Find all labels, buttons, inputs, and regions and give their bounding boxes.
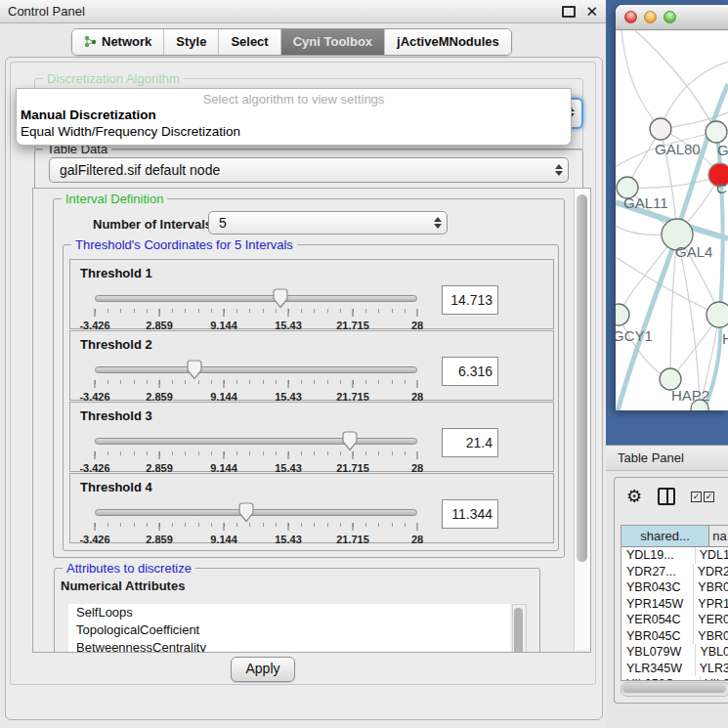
slider-track[interactable] — [95, 509, 417, 516]
node-label-gal11: GAL11 — [623, 194, 668, 211]
settings-scrollpane: Interval Definition Number of Intervals … — [32, 188, 591, 653]
panel-title: Control Panel — [8, 4, 85, 19]
node-label-partial-h: H — [722, 330, 728, 347]
combo-arrows-icon — [429, 217, 447, 229]
algorithm-dropdown-popup: Select algorithm to view settings Manual… — [16, 88, 572, 146]
cell: YBL079W — [621, 644, 696, 661]
algorithm-option-manual[interactable]: Manual Discretization — [17, 107, 571, 123]
slider-handle[interactable] — [187, 360, 202, 380]
threshold-panel-3: Threshold 3 -3.426 2.859 — [69, 402, 554, 472]
cell: YBR045C — [621, 628, 694, 645]
threshold-slider[interactable]: -3.426 2.859 9.144 15.43 21.715 28 — [95, 289, 417, 324]
scrollbar-thumb[interactable] — [577, 194, 587, 562]
table-header-row: shared... na — [621, 526, 728, 547]
table-row[interactable]: YBR045CYBR0 — [621, 628, 728, 645]
table-horizontal-scrollbar[interactable] — [621, 682, 728, 697]
algorithm-option-equal-width[interactable]: Equal Width/Frequency Discretization — [17, 123, 571, 140]
table-row[interactable]: YDR27...YDR2 — [621, 564, 728, 580]
threshold-value-field[interactable]: 6.316 — [442, 357, 498, 386]
threshold-value-field[interactable]: 14.713 — [442, 285, 498, 315]
threshold-panel-1: Threshold 1 -3.426 2.859 — [69, 259, 554, 329]
checkbox-icon[interactable]: ✓ — [704, 492, 714, 502]
node-label-partial-g: G — [717, 142, 728, 158]
tab-style[interactable]: Style — [164, 29, 219, 55]
network-icon — [84, 35, 97, 48]
slider-track[interactable] — [95, 438, 417, 445]
tick-label: 2.859 — [146, 534, 173, 545]
list-item[interactable]: TopologicalCoefficient — [68, 621, 510, 639]
table-row[interactable]: YPR145WYPR1 — [621, 596, 728, 613]
table-data-combobox[interactable]: galFiltered.sif default node — [49, 157, 569, 183]
settings-vertical-scrollbar[interactable] — [574, 189, 590, 650]
tab-network[interactable]: Network — [72, 29, 164, 55]
cell: YLR345W — [621, 661, 696, 677]
tick-label: 21.715 — [336, 534, 369, 545]
cell: YLR3 — [696, 661, 728, 677]
tab-jactivemnodules[interactable]: jActiveMNodules — [385, 29, 511, 55]
threshold-slider[interactable]: -3.426 2.859 9.144 15.43 21.715 28 — [95, 432, 417, 467]
list-item[interactable]: BetweennessCentrality — [68, 639, 510, 653]
threshold-slider[interactable]: -3.426 2.859 9.144 15.43 21.715 28 — [95, 361, 417, 396]
cell: YBL0 — [696, 644, 728, 661]
close-icon[interactable]: ✕ — [585, 5, 598, 19]
cell: YER054C — [621, 612, 694, 628]
network-canvas[interactable]: GAL80 G C GAL11 GAL4 GCY1 H HAP2 — [616, 30, 728, 410]
node-attribute-table[interactable]: shared... na YDL19...YDL1 YDR27...YDR2 Y… — [621, 525, 728, 681]
table-panel-body: ⚙ ✓ ✓ shared... na YDL19...YDL1 YDR27...… — [614, 477, 728, 704]
slider-handle[interactable] — [273, 288, 288, 309]
table-row[interactable]: YBR043CYBR0 — [621, 579, 728, 596]
slider-handle[interactable] — [342, 431, 358, 451]
scrollbar-thumb[interactable] — [622, 684, 726, 693]
tab-select[interactable]: Select — [219, 29, 280, 55]
cell: YPR145W — [621, 596, 694, 613]
threshold-label: Threshold 2 — [80, 337, 152, 352]
float-window-icon[interactable] — [562, 6, 576, 18]
slider-track[interactable] — [95, 295, 417, 302]
table-row[interactable]: YDL19...YDL1 — [621, 547, 728, 564]
num-intervals-value: 5 — [209, 215, 429, 231]
numerical-attributes-list[interactable]: SelfLoops TopologicalCoefficient Between… — [68, 604, 510, 653]
numerical-attributes-label: Numerical Attributes — [61, 578, 185, 593]
thresholds-group: Threshold's Coordinates for 5 Intervals … — [63, 244, 559, 551]
algorithm-hint: Select algorithm to view settings — [17, 92, 571, 107]
cell: YIL052C — [621, 676, 701, 681]
apply-button[interactable]: Apply — [231, 657, 295, 682]
node-label-partial-c: C — [716, 180, 727, 196]
column-header-shared-name[interactable]: shared... — [621, 526, 709, 546]
table-row[interactable]: YLR345WYLR3 — [621, 661, 728, 677]
cell: YDR2 — [694, 564, 728, 580]
threshold-panel-2: Threshold 2 -3.426 2.859 — [69, 330, 554, 401]
threshold-slider[interactable]: -3.426 2.859 9.144 15.43 21.715 28 — [95, 503, 417, 538]
minimize-traffic-light-icon[interactable] — [644, 11, 657, 23]
column-layout-icon[interactable] — [658, 488, 675, 505]
checkbox-icon[interactable]: ✓ — [691, 492, 702, 502]
tab-select-label: Select — [231, 34, 268, 49]
discretize-form: Discretization Algorithm Select algorith… — [10, 62, 596, 685]
close-traffic-light-icon[interactable] — [624, 11, 637, 23]
table-panel-title: Table Panel — [618, 450, 684, 465]
attributes-title: Attributes to discretize — [63, 561, 195, 576]
list-item[interactable]: SelfLoops — [68, 604, 510, 621]
network-view-window: GAL80 G C GAL11 GAL4 GCY1 H HAP2 — [616, 5, 728, 410]
table-row[interactable]: YER054CYER0 — [621, 612, 728, 628]
gear-icon[interactable]: ⚙ — [626, 488, 642, 505]
table-panel-area: ⚙ ✓ ✓ shared... na YDL19...YDL1 YDR27...… — [606, 471, 728, 728]
network-window-titlebar[interactable] — [616, 5, 728, 30]
node-label-gal80: GAL80 — [655, 141, 701, 157]
zoom-traffic-light-icon[interactable] — [664, 11, 676, 23]
threshold-value-field[interactable]: 21.4 — [442, 428, 498, 457]
table-data-group: Table Data galFiltered.sif default node — [34, 149, 583, 192]
table-row[interactable]: YIL052CYIL0 — [621, 676, 728, 681]
cell: YDR27... — [621, 564, 694, 580]
threshold-label: Threshold 4 — [80, 480, 152, 494]
threshold-label: Threshold 3 — [80, 408, 152, 423]
slider-track[interactable] — [95, 366, 417, 373]
slider-handle[interactable] — [238, 502, 254, 523]
attributes-list-scrollbar[interactable] — [512, 604, 527, 653]
threshold-value-field[interactable]: 11.344 — [442, 499, 498, 529]
num-intervals-combobox[interactable]: 5 — [208, 211, 448, 235]
tab-cyni-toolbox-label: Cyni Toolbox — [293, 34, 372, 49]
tab-cyni-toolbox[interactable]: Cyni Toolbox — [281, 29, 385, 55]
column-header-name[interactable]: na — [709, 526, 728, 546]
table-row[interactable]: YBL079WYBL0 — [621, 644, 728, 661]
